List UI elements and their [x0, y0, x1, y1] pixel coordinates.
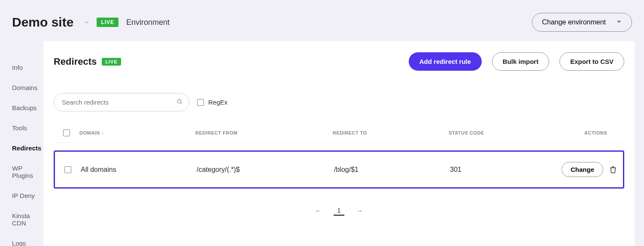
col-status-code[interactable]: STATUS CODE: [449, 130, 560, 135]
site-name: Demo site: [12, 15, 73, 30]
cell-redirect-from: /category/(.*)$: [197, 166, 334, 174]
search-icon: [176, 99, 182, 106]
sidebar-item-domains[interactable]: Domains: [12, 78, 43, 98]
regex-checkbox-wrap[interactable]: RegEx: [197, 99, 228, 106]
svg-point-0: [177, 99, 181, 103]
chevron-down-icon: [84, 19, 90, 25]
select-all-checkbox[interactable]: [63, 129, 70, 136]
row-checkbox[interactable]: [64, 166, 71, 173]
sort-asc-icon: ↑: [102, 131, 104, 135]
svg-line-1: [181, 102, 182, 104]
sidebar-item-tools[interactable]: Tools: [12, 118, 43, 138]
site-menu-toggle[interactable]: [84, 19, 90, 25]
page-live-badge: LIVE: [102, 58, 121, 66]
cell-redirect-to: /blog/$1: [334, 166, 450, 174]
change-button[interactable]: Change: [562, 162, 603, 177]
next-page[interactable]: →: [356, 207, 363, 215]
env-label: Environment: [126, 18, 170, 27]
chevron-down-icon: [616, 18, 622, 26]
col-domain[interactable]: DOMAIN↑: [79, 130, 195, 135]
change-environment-label: Change environment: [542, 18, 606, 26]
trash-icon: [609, 166, 617, 174]
main-header: Redirects LIVE Add redirect rule Bulk im…: [54, 52, 624, 71]
delete-button[interactable]: [609, 166, 617, 174]
col-redirect-from[interactable]: REDIRECT FROM: [195, 130, 333, 135]
regex-label: RegEx: [208, 99, 228, 106]
col-actions: ACTIONS: [560, 130, 624, 135]
sidebar-item-kinsta-cdn[interactable]: Kinsta CDN: [12, 206, 43, 233]
main-panel: Redirects LIVE Add redirect rule Bulk im…: [43, 41, 635, 246]
search-row: RegEx: [54, 93, 624, 111]
export-csv-button[interactable]: Export to CSV: [559, 52, 624, 71]
page-number[interactable]: 1: [334, 206, 344, 216]
cell-domain: All domains: [81, 166, 197, 174]
prev-page[interactable]: ←: [315, 207, 322, 215]
sidebar-item-info[interactable]: Info: [12, 57, 43, 78]
col-redirect-to[interactable]: REDIRECT TO: [333, 130, 449, 135]
env-live-badge: LIVE: [97, 18, 118, 27]
regex-checkbox[interactable]: [197, 99, 204, 106]
change-environment-button[interactable]: Change environment: [532, 13, 632, 32]
page-header: Demo site LIVE Environment Change enviro…: [0, 0, 644, 41]
bulk-import-button[interactable]: Bulk import: [492, 52, 549, 71]
sidebar-item-wp-plugins[interactable]: WP Plugins: [12, 158, 43, 186]
page-title: Redirects: [54, 56, 97, 67]
table-row: All domains /category/(.*)$ /blog/$1 301…: [54, 150, 624, 189]
table-header-row: DOMAIN↑ REDIRECT FROM REDIRECT TO STATUS…: [54, 123, 624, 143]
sidebar-item-redirects[interactable]: Redirects: [12, 138, 43, 158]
sidebar-item-backups[interactable]: Backups: [12, 98, 43, 118]
redirects-table: DOMAIN↑ REDIRECT FROM REDIRECT TO STATUS…: [54, 123, 624, 189]
sidebar: Info Domains Backups Tools Redirects WP …: [0, 41, 43, 246]
sidebar-item-ip-deny[interactable]: IP Deny: [12, 186, 43, 206]
cell-status-code: 301: [450, 166, 562, 174]
sidebar-item-logs[interactable]: Logs: [12, 233, 43, 246]
add-redirect-button[interactable]: Add redirect rule: [409, 52, 482, 71]
search-input[interactable]: [54, 93, 189, 111]
pagination: ← 1 →: [54, 206, 624, 216]
